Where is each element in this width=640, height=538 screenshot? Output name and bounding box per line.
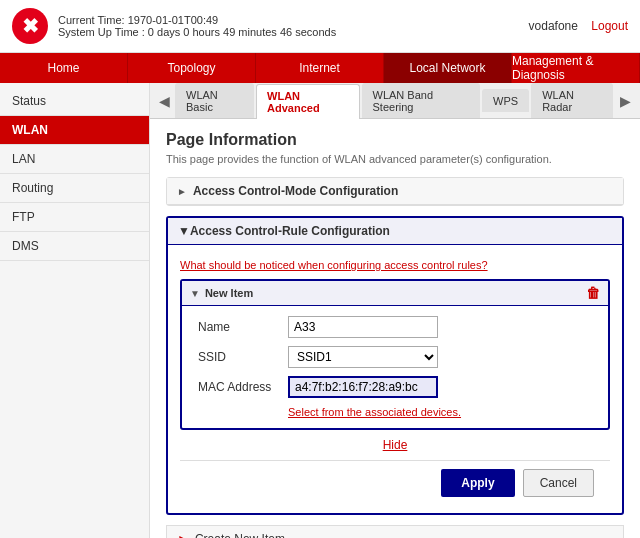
hide-link[interactable]: Hide	[180, 430, 610, 460]
nav-local-network[interactable]: Local Network	[384, 53, 512, 83]
name-input[interactable]	[288, 316, 438, 338]
sidebar-item-wlan[interactable]: WLAN	[0, 116, 149, 145]
mac-input[interactable]	[288, 376, 438, 398]
delete-icon[interactable]: 🗑	[586, 285, 600, 301]
sidebar-item-lan[interactable]: LAN	[0, 145, 149, 174]
main-layout: Status WLAN LAN Routing FTP DMS ◀ WLAN B…	[0, 83, 640, 538]
brand-label: vodafone	[529, 19, 578, 33]
current-time: Current Time: 1970-01-01T00:49	[58, 14, 336, 26]
sidebar-item-ftp[interactable]: FTP	[0, 203, 149, 232]
tab-wlan-advanced[interactable]: WLAN Advanced	[256, 84, 359, 119]
content: ◀ WLAN Basic WLAN Advanced WLAN Band Ste…	[150, 83, 640, 538]
page-title: Page Information	[166, 131, 624, 149]
tab-arrow-right[interactable]: ▶	[615, 93, 636, 109]
tab-arrow-left[interactable]: ◀	[154, 93, 175, 109]
nav-internet[interactable]: Internet	[256, 53, 384, 83]
select-from-link[interactable]: Select from the associated devices.	[288, 406, 592, 418]
system-uptime: System Up Time : 0 days 0 hours 49 minut…	[58, 26, 336, 38]
access-control-mode-header[interactable]: ► Access Control-Mode Configuration	[167, 178, 623, 205]
create-new-label: Create New Item	[195, 532, 285, 538]
sidebar-item-routing[interactable]: Routing	[0, 174, 149, 203]
rule-section-label: Access Control-Rule Configuration	[190, 224, 390, 238]
tab-wlan-band-steering[interactable]: WLAN Band Steering	[362, 83, 481, 118]
tab-wlan-basic[interactable]: WLAN Basic	[175, 83, 254, 118]
ssid-label: SSID	[198, 350, 288, 364]
header: ✖ Current Time: 1970-01-01T00:49 System …	[0, 0, 640, 53]
bottom-bar: Apply Cancel	[180, 460, 610, 505]
tab-wps[interactable]: WPS	[482, 89, 529, 112]
header-info: Current Time: 1970-01-01T00:49 System Up…	[58, 14, 336, 38]
page-description: This page provides the function of WLAN …	[166, 153, 624, 165]
rule-arrow-icon: ▼	[178, 224, 190, 238]
navbar: Home Topology Internet Local Network Man…	[0, 53, 640, 83]
access-control-rule-header[interactable]: ▼ Access Control-Rule Configuration	[168, 218, 622, 245]
new-item-label: New Item	[205, 287, 253, 299]
cancel-button[interactable]: Cancel	[523, 469, 594, 497]
access-control-rule-section: ▼ Access Control-Rule Configuration What…	[166, 216, 624, 515]
mode-section-label: Access Control-Mode Configuration	[193, 184, 398, 198]
name-row: Name	[198, 316, 592, 338]
sidebar-item-status[interactable]: Status	[0, 87, 149, 116]
nav-management[interactable]: Management & Diagnosis	[512, 53, 640, 83]
sidebar-item-dms[interactable]: DMS	[0, 232, 149, 261]
ssid-row: SSID SSID1 SSID2 SSID3	[198, 346, 592, 368]
tab-wlan-radar[interactable]: WLAN Radar	[531, 83, 613, 118]
mac-row: MAC Address	[198, 376, 592, 398]
ssid-select[interactable]: SSID1 SSID2 SSID3	[288, 346, 438, 368]
nav-topology[interactable]: Topology	[128, 53, 256, 83]
sidebar: Status WLAN LAN Routing FTP DMS	[0, 83, 150, 538]
tab-bar: ◀ WLAN Basic WLAN Advanced WLAN Band Ste…	[150, 83, 640, 119]
access-control-mode-section: ► Access Control-Mode Configuration	[166, 177, 624, 206]
vodafone-logo: ✖	[12, 8, 48, 44]
new-item-arrow: ▼	[190, 288, 200, 299]
create-new-bar[interactable]: ► Create New Item	[166, 525, 624, 538]
new-item-body: Name SSID SSID1 SSID2 SSID3	[182, 306, 608, 428]
mac-label: MAC Address	[198, 380, 288, 394]
new-item-header: ▼ New Item 🗑	[182, 281, 608, 306]
plus-icon: ►	[177, 532, 189, 538]
new-item-box: ▼ New Item 🗑 Name	[180, 279, 610, 430]
name-label: Name	[198, 320, 288, 334]
page-content: Page Information This page provides the …	[150, 119, 640, 538]
logout-link[interactable]: Logout	[591, 19, 628, 33]
help-link[interactable]: What should be noticed when configuring …	[180, 259, 610, 271]
header-right: vodafone Logout	[529, 19, 628, 33]
nav-home[interactable]: Home	[0, 53, 128, 83]
apply-button[interactable]: Apply	[441, 469, 514, 497]
mode-arrow-icon: ►	[177, 186, 187, 197]
new-item-header-left: ▼ New Item	[190, 287, 253, 299]
